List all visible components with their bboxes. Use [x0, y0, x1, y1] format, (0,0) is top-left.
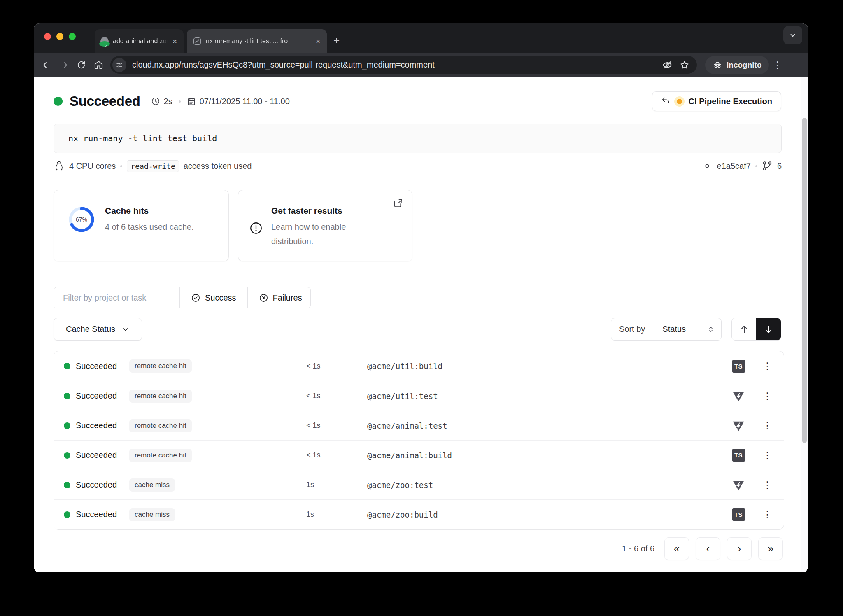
tune-icon: [116, 61, 123, 69]
browser-menu-button[interactable]: ⋮: [769, 60, 785, 70]
sort-ascending-button[interactable]: [732, 318, 756, 340]
ci-pipeline-execution-button[interactable]: CI Pipeline Execution: [652, 91, 781, 111]
forward-button[interactable]: [55, 56, 72, 74]
tab-nx-run[interactable]: nx run-many -t lint test ... fro ×: [187, 29, 327, 53]
vitest-icon: [732, 390, 745, 402]
eye-off-icon[interactable]: [662, 60, 672, 70]
scrollbar-track[interactable]: [801, 77, 808, 572]
back-button[interactable]: [38, 56, 55, 74]
task-row[interactable]: Succeeded cache miss 1s @acme/zoo:build …: [54, 499, 784, 529]
next-page-button[interactable]: ›: [727, 537, 752, 560]
vitest-icon: [732, 479, 745, 491]
commit-sha[interactable]: e1a5caf7: [717, 161, 751, 171]
cache-badge: remote cache hit: [129, 359, 192, 373]
row-menu-button[interactable]: ⋮: [762, 510, 772, 519]
git-commit-icon: [702, 161, 713, 171]
new-tab-button[interactable]: +: [333, 35, 340, 46]
home-icon: [94, 60, 103, 70]
task-row[interactable]: Succeeded remote cache hit < 1s @acme/ut…: [54, 381, 784, 411]
cache-hits-card: 67% Cache hits 4 of 6 tasks used cache.: [54, 190, 229, 261]
cpu-cores-label: 4 CPU cores: [69, 161, 116, 171]
run-date-range: 07/11/2025 11:00 - 11:00: [200, 97, 290, 106]
last-page-button[interactable]: »: [758, 537, 783, 560]
undo-arrow-icon: [661, 97, 670, 106]
git-branch-icon: [762, 161, 773, 171]
forward-arrow-icon: [59, 60, 69, 70]
kebab-icon: ⋮: [763, 450, 772, 460]
status-dot-icon: [64, 452, 70, 459]
check-circle-icon: [191, 293, 200, 303]
nx-cloud-run-page: Succeeded 2s 07/11/2025 11:00 - 11:00 CI…: [34, 77, 808, 572]
row-menu-button[interactable]: ⋮: [762, 451, 772, 460]
status-dot-icon: [64, 363, 70, 369]
tab-close-icon[interactable]: ×: [172, 37, 178, 45]
task-name: @acme/zoo:build: [367, 510, 731, 519]
window-controls: [44, 33, 76, 40]
home-button[interactable]: [90, 56, 107, 74]
sort-field-select[interactable]: Status: [653, 318, 721, 340]
kebab-icon: ⋮: [763, 361, 772, 371]
task-row[interactable]: Succeeded remote cache hit < 1s @acme/an…: [54, 411, 784, 440]
run-command: nx run-many -t lint test build: [68, 133, 217, 143]
arrow-up-icon: [739, 324, 749, 334]
chevron-down-icon: [121, 325, 130, 334]
distribution-line1: Learn how to enable: [271, 222, 346, 231]
cache-hit-percent: 67%: [68, 206, 95, 233]
dot-separator: [755, 165, 757, 167]
task-row[interactable]: Succeeded remote cache hit < 1s @acme/an…: [54, 440, 784, 470]
status-dot-icon: [64, 511, 70, 518]
task-duration: < 1s: [306, 421, 367, 430]
chevron-right-icon: ›: [738, 543, 741, 555]
sort-by-label: Sort by: [611, 318, 653, 340]
url-text[interactable]: cloud.nx.app/runs/agsvEHsQc8?utm_source=…: [132, 60, 662, 70]
tab-title: nx run-many -t lint test ... fro: [206, 37, 311, 45]
cache-badge: remote cache hit: [129, 419, 192, 432]
row-menu-button[interactable]: ⋮: [762, 481, 772, 490]
nx-cloud-favicon: [193, 37, 202, 46]
browser-window: ✓ add animal and zoo packages × nx run-m…: [34, 23, 808, 572]
tab-search-button[interactable]: [783, 26, 802, 44]
kebab-icon: ⋮: [763, 480, 772, 490]
task-duration: 1s: [306, 481, 367, 489]
site-settings-button[interactable]: [112, 58, 126, 72]
task-row[interactable]: Succeeded remote cache hit < 1s @acme/ut…: [54, 351, 784, 381]
row-menu-button[interactable]: ⋮: [762, 362, 772, 371]
filter-success-toggle[interactable]: Success: [179, 287, 247, 308]
pagination-range: 1 - 6 of 6: [622, 544, 654, 553]
github-pr-favicon: ✓: [100, 37, 109, 45]
branch-run-count[interactable]: 6: [777, 161, 782, 171]
incognito-label: Incognito: [727, 61, 761, 70]
distribution-title: Get faster results: [271, 206, 346, 216]
tab-close-icon[interactable]: ×: [315, 37, 321, 45]
filter-input[interactable]: [54, 287, 179, 308]
address-bar[interactable]: cloud.nx.app/runs/agsvEHsQc8?utm_source=…: [110, 56, 697, 74]
filter-failures-toggle[interactable]: Failures: [247, 287, 311, 308]
incognito-badge: Incognito: [705, 56, 769, 74]
run-meta-row: 4 CPU cores read-write access token used…: [54, 159, 782, 173]
green-check-icon: ✓: [99, 41, 110, 47]
dot-separator: [120, 165, 122, 167]
task-name: @acme/util:build: [367, 362, 731, 371]
previous-page-button[interactable]: ‹: [696, 537, 720, 560]
zoom-window-button[interactable]: [69, 33, 76, 40]
chevron-left-icon: ‹: [706, 543, 710, 555]
reload-button[interactable]: [72, 56, 90, 74]
tab-pull-request[interactable]: ✓ add animal and zoo packages ×: [95, 29, 184, 53]
cache-status-dropdown[interactable]: Cache Status: [54, 318, 142, 341]
first-page-button[interactable]: «: [664, 537, 689, 560]
close-window-button[interactable]: [44, 33, 51, 40]
access-token-kind: read-write: [127, 160, 179, 172]
scrollbar-thumb[interactable]: [802, 118, 807, 443]
task-status: Succeeded: [76, 421, 129, 430]
bookmark-star-icon[interactable]: [680, 60, 689, 70]
task-row[interactable]: Succeeded cache miss 1s @acme/zoo:test ⋮: [54, 470, 784, 499]
row-menu-button[interactable]: ⋮: [762, 421, 772, 430]
cache-status-label: Cache Status: [66, 324, 115, 334]
browser-toolbar: cloud.nx.app/runs/agsvEHsQc8?utm_source=…: [34, 53, 808, 77]
row-menu-button[interactable]: ⋮: [762, 392, 772, 401]
minimize-window-button[interactable]: [56, 33, 63, 40]
sort-descending-button[interactable]: [756, 318, 781, 340]
typescript-icon: TS: [732, 449, 745, 462]
cache-hit-ring-chart: 67%: [68, 206, 95, 233]
external-link-icon[interactable]: [394, 198, 403, 208]
